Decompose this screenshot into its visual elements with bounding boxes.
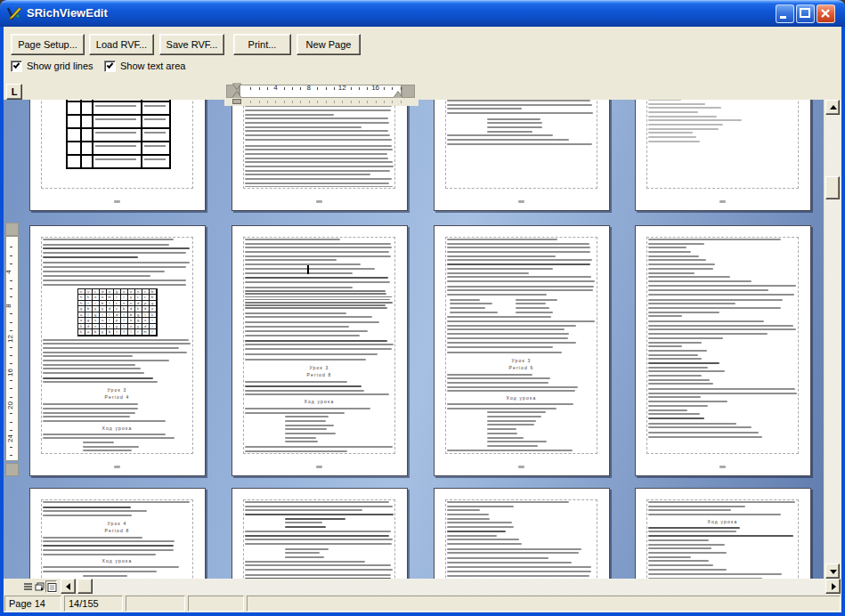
vertical-scroll-thumb[interactable]: [825, 176, 840, 199]
text-line: [245, 514, 394, 515]
ruler-number: 12: [6, 335, 14, 343]
scroll-down-button[interactable]: [825, 563, 840, 579]
word-search-grid: eucdegooncbhkoomriyccbhtibtcnodpggbyydcb…: [77, 288, 158, 336]
close-button[interactable]: [817, 4, 835, 23]
text-line: [447, 243, 589, 245]
text-line: [447, 386, 578, 388]
page-layout-view-button[interactable]: [45, 580, 57, 593]
vertical-ruler[interactable]: 4812162024: [4, 221, 20, 479]
save-rvf-button[interactable]: Save RVF...: [159, 34, 224, 55]
text-line: [648, 119, 742, 121]
text-line: [648, 396, 701, 398]
text-line: [447, 557, 548, 559]
text-line: [43, 360, 169, 361]
page-r3-c1[interactable]: Урок 4Period 8Ход урока: [29, 488, 206, 579]
page-content: Урок 3Period 8Ход урока: [245, 239, 394, 452]
print-button[interactable]: Print...: [233, 34, 291, 55]
load-rvf-button[interactable]: Load RVF...: [89, 34, 154, 55]
tab-alignment-selector-button[interactable]: L: [6, 84, 22, 100]
text-line: [43, 420, 166, 422]
show-text-area-checkbox[interactable]: [104, 61, 116, 72]
ruler-tick: [10, 322, 12, 323]
left-indent-marker[interactable]: [232, 99, 241, 104]
page-setup-button[interactable]: Page Setup...: [11, 34, 85, 55]
text-line: [648, 506, 745, 507]
text-line: [648, 409, 687, 411]
text-line: [648, 128, 719, 130]
page-r1-c3[interactable]: [434, 100, 610, 211]
text-line: [648, 312, 719, 313]
right-indent-marker[interactable]: [394, 92, 402, 98]
text-line: [245, 109, 391, 111]
show-grid-lines-checkbox[interactable]: [11, 61, 22, 72]
text-line: [285, 518, 345, 520]
scroll-up-button[interactable]: [825, 100, 840, 115]
page-content: [447, 501, 596, 579]
text-line: [43, 244, 169, 246]
text-line: [447, 276, 591, 278]
page-r3-c3[interactable]: [434, 488, 610, 579]
paired-columns: [447, 299, 596, 316]
text-line: [43, 280, 186, 281]
new-page-button[interactable]: New Page: [297, 34, 361, 55]
scroll-left-button[interactable]: [61, 579, 76, 594]
text-line: [648, 107, 721, 109]
page-r1-c2[interactable]: [232, 100, 408, 211]
horizontal-scrollbar[interactable]: [4, 579, 841, 595]
page-r2-c1[interactable]: eucdegooncbhkoomriyccbhtibtcnodpggbyydcb…: [29, 225, 206, 476]
page-r3-c2[interactable]: Урок 4: [232, 488, 408, 579]
text-line: [43, 368, 141, 369]
page-r2-c4[interactable]: [635, 225, 811, 476]
page-r1-c4[interactable]: [635, 100, 811, 211]
scroll-down-icon: [830, 570, 837, 574]
horizontal-ruler[interactable]: 481216: [224, 82, 418, 106]
page-r1-c1[interactable]: [29, 100, 206, 211]
draft-view-button[interactable]: [34, 580, 45, 593]
page-r3-c4[interactable]: Ход урока: [635, 488, 811, 579]
page-r2-c2[interactable]: Урок 3Period 8Ход урока: [232, 225, 408, 476]
ruler-tick: [326, 87, 327, 90]
text-line: [245, 161, 393, 163]
text-line: [245, 340, 387, 342]
vertical-scrollbar[interactable]: [825, 100, 841, 579]
text-line: [447, 134, 553, 136]
text-line: [245, 114, 334, 116]
text-line: [648, 573, 782, 575]
scroll-right-button[interactable]: [825, 579, 841, 594]
ruler-subtick: [292, 101, 293, 103]
page-heading: Period 4: [43, 394, 191, 401]
ruler-tick: [384, 87, 385, 90]
horizontal-scroll-thumb[interactable]: [77, 579, 93, 594]
ruler-tick: [292, 87, 293, 90]
ruler-tick: [10, 296, 12, 297]
text-line: [285, 428, 327, 430]
first-line-indent-marker[interactable]: [232, 83, 241, 89]
minimize-button[interactable]: [776, 4, 794, 23]
text-line: [487, 118, 540, 120]
text-line: [245, 412, 345, 414]
page-heading: Period 6: [447, 365, 596, 372]
list-view-button[interactable]: [22, 580, 34, 593]
text-line: [487, 437, 524, 439]
ruler-tick: [10, 347, 12, 348]
text-caret: [307, 265, 309, 274]
text-line: [447, 251, 590, 253]
text-line: [487, 445, 538, 447]
text-line: [648, 255, 699, 257]
text-line: [43, 266, 186, 268]
text-line: [447, 352, 562, 353]
titlebar[interactable]: SRichViewEdit: [0, 0, 845, 27]
text-line: [447, 509, 480, 511]
maximize-button[interactable]: [796, 4, 815, 23]
document-viewport[interactable]: eucdegooncbhkoomriyccbhtibtcnodpggbyydcb…: [4, 100, 824, 579]
minimize-icon: [778, 7, 792, 20]
ruler-tick: [10, 447, 12, 448]
text-line: [447, 255, 556, 257]
text-line: [43, 339, 189, 341]
text-line: [245, 316, 372, 318]
page-r2-c3[interactable]: Урок 3Period 6Ход урока: [434, 225, 610, 476]
text-line: [447, 403, 573, 405]
page-content: Ход урока: [648, 501, 797, 579]
text-line: [43, 554, 156, 555]
hanging-indent-marker[interactable]: [232, 92, 241, 98]
